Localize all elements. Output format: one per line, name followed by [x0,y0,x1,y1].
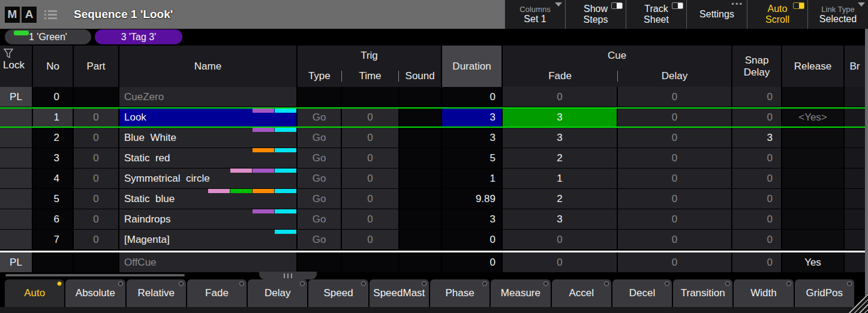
cell-no[interactable]: 6 [33,209,74,230]
cell-no[interactable]: 0 [33,87,74,107]
cell-trig-sound[interactable] [400,209,442,230]
tab-width[interactable]: Width [734,279,793,307]
cell-duration[interactable]: 9.89 [442,189,503,209]
header-trig-type[interactable]: Type [298,70,341,82]
settings-button[interactable]: Settings [686,0,747,29]
header-trig-time[interactable]: Time [342,70,399,82]
cell-fade[interactable]: 0 [503,230,618,250]
header-br[interactable]: Br [845,46,865,87]
cell-snap-delay[interactable]: 0 [732,168,782,189]
cell-br[interactable] [845,230,865,250]
header-duration[interactable]: Duration [442,46,503,87]
cell-trig-type[interactable]: Go [298,209,342,230]
cell-lock[interactable] [0,209,33,230]
cell-lock[interactable] [0,168,33,189]
tab-absolute[interactable]: Absolute [65,279,125,307]
cell-name[interactable]: [Magenta] [119,230,298,250]
cell-lock[interactable] [0,128,33,148]
cell-br[interactable] [845,109,865,127]
horizontal-scrollbar[interactable] [5,274,185,276]
tab-speedmaster[interactable]: SpeedMast [370,279,429,307]
cell-snap-delay[interactable]: 0 [732,87,782,107]
cell-duration[interactable]: 1 [442,168,503,189]
cell-fade[interactable]: 2 [503,148,618,168]
track-sheet-button[interactable]: Track Sheet [626,0,686,29]
cell-release[interactable] [782,87,845,107]
cell-trig-type[interactable]: Go [298,168,342,189]
cell-name[interactable]: CueZero [119,87,298,107]
cell-fade[interactable]: 0 [503,87,618,107]
cell-br[interactable] [845,252,865,273]
cell-fade[interactable]: 3 [503,209,618,230]
cell-trig-sound[interactable] [400,230,442,250]
cell-delay[interactable]: 0 [618,128,732,148]
cell-no[interactable] [33,252,74,273]
cell-trig-type[interactable]: Go [298,230,342,250]
cell-name[interactable]: Static red [119,148,298,168]
cell-no[interactable]: 2 [33,128,74,148]
cell-lock[interactable]: PL [0,252,33,273]
cell-snap-delay[interactable]: 0 [732,209,782,230]
cell-delay[interactable]: 0 [618,168,732,189]
tab-fade[interactable]: Fade [187,279,247,307]
window-menu-icon[interactable] [44,10,57,19]
header-no[interactable]: No [33,46,74,87]
tab-decel[interactable]: Decel [612,279,672,307]
cell-snap-delay[interactable]: 0 [732,189,782,209]
tab-transition[interactable]: Transition [673,279,732,307]
cell-trig-time[interactable]: 0 [342,209,400,230]
cell-snap-delay[interactable]: 0 [732,230,782,250]
cell-release[interactable]: <Yes> [782,109,845,127]
cell-part[interactable]: 0 [74,209,119,230]
cell-trig-time[interactable]: 0 [342,189,400,209]
cell-lock[interactable]: PL [0,87,33,107]
cell-br[interactable] [845,148,865,168]
header-lock[interactable]: Lock [0,46,33,87]
tab-speed[interactable]: Speed [308,279,368,307]
tab-relative[interactable]: Relative [127,279,186,307]
cell-trig-time[interactable]: 0 [342,109,400,127]
column-grip-handle[interactable] [259,272,317,279]
cell-delay[interactable]: 0 [618,109,732,127]
cell-trig-type[interactable]: Go [298,109,342,127]
cell-trig-type[interactable] [298,87,342,107]
cell-snap-delay[interactable]: 3 [732,128,782,148]
tag-green[interactable]: 1 'Green' [5,29,91,44]
header-snap-delay[interactable]: Snap Delay [732,46,782,87]
cell-delay[interactable]: 0 [618,148,732,168]
tab-auto[interactable]: Auto [5,279,64,307]
cell-trig-type[interactable]: Go [298,148,342,168]
cell-trig-sound[interactable] [400,189,442,209]
link-type-button[interactable]: Link Type Selected [807,0,868,29]
cell-duration[interactable]: 0 [442,230,503,250]
cell-trig-sound[interactable] [400,87,442,107]
cell-duration[interactable]: 3 [442,128,503,148]
cell-part[interactable]: 0 [74,128,119,148]
cell-lock[interactable] [0,230,33,250]
cell-release[interactable] [782,148,845,168]
tab-phase[interactable]: Phase [430,279,489,307]
cell-part[interactable] [74,87,119,107]
cell-trig-time[interactable]: 0 [342,230,400,250]
header-part[interactable]: Part [74,46,119,87]
header-cue-fade[interactable]: Fade [503,70,617,82]
header-name[interactable]: Name [119,46,298,87]
cell-trig-time[interactable]: 0 [342,128,400,148]
cell-delay[interactable]: 0 [618,189,732,209]
cell-release[interactable] [782,168,845,189]
cell-trig-time[interactable]: 0 [342,168,400,189]
header-cue-delay[interactable]: Delay [618,70,731,82]
header-cue[interactable]: Cue [503,46,731,65]
cell-br[interactable] [845,168,865,189]
cell-release[interactable] [782,189,845,209]
show-steps-button[interactable]: Show Steps [565,0,626,29]
cell-part[interactable]: 0 [74,109,119,127]
vertical-scrollbar[interactable] [865,29,868,313]
cell-duration[interactable]: 5 [442,148,503,168]
cell-trig-type[interactable]: Go [298,189,342,209]
cell-name[interactable]: Raindrops [119,209,298,230]
tag-tag3[interactable]: 3 'Tag 3' [95,29,182,44]
cell-br[interactable] [845,189,865,209]
cell-duration[interactable]: 0 [442,252,503,273]
header-release[interactable]: Release [782,46,845,87]
